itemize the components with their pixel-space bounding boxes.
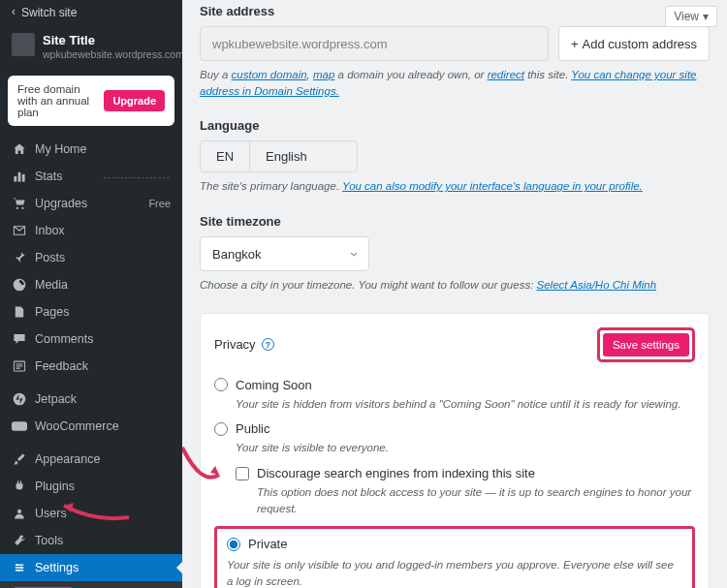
option-desc: Your site is only visible to you and log… — [227, 557, 682, 588]
jetpack-icon — [12, 391, 27, 407]
site-address-help: Buy a custom domain, map a domain you al… — [200, 67, 710, 99]
privacy-option-public: Public Your site is visible to everyone. — [214, 421, 695, 456]
site-header[interactable]: Site Title wpkubewebsite.wordpress.com — [0, 25, 182, 70]
sidebar-item-media[interactable]: Media — [0, 271, 182, 298]
caret-down-icon: ▾ — [703, 10, 709, 23]
timezone-section: Site timezone Choose a city in your time… — [200, 214, 710, 294]
sidebar-item-comments[interactable]: Comments — [0, 325, 182, 353]
sidebar-item-jetpack[interactable]: Jetpack — [0, 386, 182, 413]
sidebar-item-inbox[interactable]: Inbox — [0, 217, 182, 244]
comment-icon — [12, 331, 27, 347]
section-label: Site address — [200, 4, 710, 18]
sidebar-item-appearance[interactable]: Appearance — [0, 446, 182, 473]
site-address-section: Site address +Add custom address Buy a c… — [200, 4, 710, 99]
sidebar-item-label: WooCommerce — [35, 419, 119, 433]
submenu-item-general[interactable]: General — [0, 581, 182, 588]
badge-free: Free — [148, 198, 171, 209]
language-help: The site's primary language. You can als… — [200, 178, 710, 195]
settings-submenu: General Performance Writing Reading Disc… — [0, 581, 182, 588]
sidebar-item-label: Stats — [35, 170, 63, 183]
sidebar-item-label: Tools — [35, 534, 63, 547]
button-label: Add custom address — [582, 37, 697, 51]
custom-domain-link[interactable]: custom domain — [232, 69, 307, 80]
promo-box: Free domain with an annual plan Upgrade — [8, 76, 174, 126]
option-label: Discourage search engines from indexing … — [257, 466, 535, 480]
svg-point-7 — [14, 393, 26, 406]
stats-icon — [12, 169, 27, 184]
tools-icon — [12, 533, 27, 548]
sidebar-item-label: Settings — [35, 561, 79, 574]
svg-rect-0 — [14, 176, 16, 182]
map-link[interactable]: map — [313, 69, 334, 80]
interface-language-link[interactable]: You can also modify your interface's lan… — [342, 180, 643, 192]
sidebar-item-label: Inbox — [35, 224, 65, 237]
sidebar-item-feedback[interactable]: Feedback — [0, 353, 182, 380]
privacy-option-discourage: Discourage search engines from indexing … — [236, 466, 695, 516]
settings-icon — [12, 560, 27, 575]
switch-site-label: Switch site — [21, 6, 77, 19]
pin-icon — [12, 250, 27, 265]
mail-icon — [12, 223, 27, 238]
option-label: Private — [248, 537, 287, 551]
view-button-label: View — [674, 10, 699, 23]
svg-rect-2 — [22, 174, 25, 182]
upgrade-button[interactable]: Upgrade — [104, 90, 165, 111]
sidebar-item-tools[interactable]: Tools — [0, 527, 182, 554]
option-label: Public — [236, 421, 269, 436]
svg-rect-8 — [12, 421, 27, 430]
timezone-select[interactable] — [200, 236, 369, 271]
radio-coming-soon[interactable] — [214, 378, 228, 391]
sidebar-item-stats[interactable]: Stats---------------- — [0, 163, 182, 190]
page-icon — [12, 304, 27, 320]
woo-icon — [12, 418, 27, 434]
redirect-link[interactable]: redirect — [488, 69, 524, 80]
info-icon[interactable]: ? — [262, 338, 274, 351]
sidebar-item-my-home[interactable]: My Home — [0, 136, 182, 163]
language-name: English — [250, 141, 357, 171]
sidebar-item-label: Posts — [35, 251, 65, 264]
svg-point-3 — [16, 207, 18, 209]
sidebar-item-upgrades[interactable]: UpgradesFree — [0, 190, 182, 217]
svg-point-14 — [20, 567, 22, 569]
sidebar-item-users[interactable]: Users — [0, 500, 182, 527]
save-settings-button[interactable]: Save settings — [603, 333, 689, 356]
sidebar-item-posts[interactable]: Posts — [0, 244, 182, 271]
radio-private[interactable] — [227, 538, 240, 551]
cart-icon — [12, 196, 27, 211]
chevron-left-icon: › — [12, 6, 16, 19]
site-title: Site Title — [43, 33, 182, 47]
sidebar-item-label: My Home — [35, 142, 86, 156]
main-menu: My Home Stats---------------- UpgradesFr… — [0, 136, 182, 581]
option-desc: Your site is hidden from visitors behind… — [236, 396, 695, 413]
sidebar-item-label: Feedback — [35, 359, 88, 373]
divider: ---------------- — [104, 171, 171, 182]
sidebar-item-woocommerce[interactable]: WooCommerce — [0, 413, 182, 440]
sidebar-item-settings[interactable]: Settings — [0, 554, 182, 581]
timezone-help: Choose a city in your timezone. You migh… — [200, 277, 710, 294]
privacy-label: Privacy ? — [214, 337, 274, 352]
feedback-icon — [12, 358, 27, 374]
view-button[interactable]: View ▾ — [665, 6, 717, 27]
add-custom-address-button[interactable]: +Add custom address — [558, 26, 710, 61]
section-label: Site timezone — [200, 214, 710, 229]
svg-rect-1 — [18, 172, 21, 182]
option-desc: Your site is visible to everyone. — [236, 440, 695, 456]
sidebar-item-plugins[interactable]: Plugins — [0, 473, 182, 500]
sidebar-item-label: Plugins — [35, 480, 75, 493]
switch-site[interactable]: › Switch site — [0, 0, 182, 25]
timezone-value[interactable] — [200, 236, 369, 271]
private-highlight: Private Your site is only visible to you… — [214, 526, 695, 588]
site-address-input[interactable] — [200, 26, 549, 61]
sidebar-item-label: Comments — [35, 332, 93, 346]
plus-icon: + — [571, 37, 579, 51]
timezone-guess-link[interactable]: Select Asia/Ho Chi Minh — [537, 279, 657, 291]
privacy-option-coming-soon: Coming Soon Your site is hidden from vis… — [214, 378, 695, 413]
radio-public[interactable] — [214, 422, 228, 436]
sidebar-item-pages[interactable]: Pages — [0, 298, 182, 325]
site-icon — [12, 33, 35, 56]
sidebar-item-label: Pages — [35, 305, 69, 319]
language-picker[interactable]: EN English — [200, 140, 358, 172]
svg-point-15 — [17, 570, 19, 572]
privacy-option-private: Private Your site is only visible to you… — [227, 537, 682, 588]
checkbox-discourage[interactable] — [236, 467, 249, 480]
